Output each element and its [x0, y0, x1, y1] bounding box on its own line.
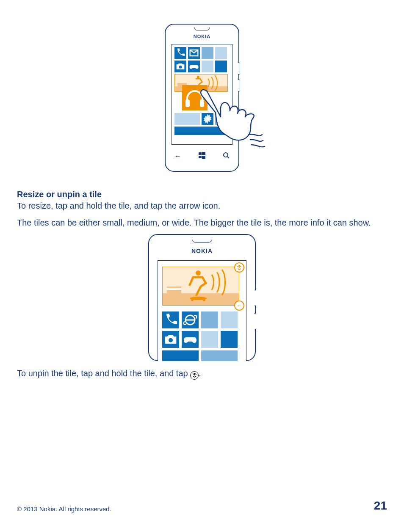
photo-tile-selected: [162, 267, 239, 306]
gear-icon: [202, 113, 213, 125]
section-heading: Resize or unpin a tile: [17, 190, 387, 199]
camera-icon: [162, 331, 179, 348]
svg-rect-15: [167, 287, 181, 294]
headphones-icon: [182, 85, 208, 110]
ie-icon: [182, 311, 199, 328]
phone-icon: [174, 47, 186, 59]
search-icon: [223, 152, 230, 160]
windows-icon: [199, 152, 205, 160]
generic-tile: [174, 127, 227, 135]
text-fragment: .: [199, 369, 201, 378]
side-button-icon: [238, 63, 240, 74]
body-text: To resize, tap and hold the tile, and ta…: [17, 200, 387, 211]
svg-rect-9: [202, 152, 205, 155]
generic-tile: [174, 113, 200, 125]
svg-rect-11: [202, 156, 205, 159]
svg-point-22: [169, 338, 173, 342]
page-footer: © 2013 Nokia. All rights reserved. 21: [17, 499, 387, 513]
generic-tile: [215, 47, 227, 59]
phone-brand: NOKIA: [166, 34, 238, 39]
generic-tile: [201, 350, 238, 361]
generic-tile: [201, 331, 218, 348]
phone-tile: [162, 311, 179, 328]
earpiece-icon: [194, 28, 210, 30]
generic-tile: [202, 61, 213, 72]
svg-rect-16: [167, 288, 181, 290]
mail-icon: [188, 47, 200, 59]
camera-tile: [162, 331, 179, 348]
side-button-icon: [255, 290, 256, 306]
body-text: The tiles can be either small, medium, o…: [17, 217, 387, 228]
music-tile-dragging: [182, 85, 208, 110]
phone-navbar: ←: [166, 150, 238, 163]
svg-rect-6: [200, 99, 204, 107]
camera-tile: [174, 61, 186, 72]
side-button-icon: [255, 313, 256, 329]
figure-resize-tile: NOKIA: [17, 234, 387, 361]
svg-rect-8: [199, 152, 202, 155]
svg-point-17: [196, 270, 201, 276]
generic-tile: [201, 311, 218, 328]
unpin-button-icon: [234, 262, 244, 273]
games-tile: [188, 61, 200, 72]
side-button-icon: [238, 80, 240, 91]
side-button-icon: [238, 109, 240, 121]
gamepad-icon: [182, 331, 199, 348]
generic-tile: [215, 61, 227, 72]
figure-move-tile: NOKIA: [17, 24, 387, 172]
generic-tile: [202, 47, 213, 59]
phone-screen: [172, 44, 232, 145]
generic-tile: [215, 113, 227, 125]
skateboarder-icon: [163, 267, 239, 305]
generic-tile: [162, 350, 199, 361]
resize-arrow-button-icon: ←: [234, 300, 244, 311]
svg-point-19: [191, 299, 194, 301]
unpin-icon: [190, 371, 199, 380]
browser-tile: [182, 311, 199, 328]
mail-tile: [188, 47, 200, 59]
generic-tile: [221, 311, 238, 328]
back-icon: ←: [174, 152, 181, 160]
svg-point-20: [203, 299, 205, 301]
settings-tile: [202, 113, 213, 125]
phone-brand: NOKIA: [149, 248, 255, 254]
generic-tile: [221, 331, 238, 348]
svg-point-0: [179, 66, 182, 69]
phone-tile: [174, 47, 186, 59]
phone-icon: [162, 311, 179, 328]
gamepad-icon: [188, 61, 200, 72]
camera-icon: [174, 61, 186, 72]
svg-rect-10: [199, 156, 202, 158]
phone-screen: ←: [158, 260, 246, 361]
copyright-text: © 2013 Nokia. All rights reserved.: [17, 505, 111, 513]
svg-point-12: [224, 153, 228, 157]
svg-point-3: [197, 76, 199, 78]
svg-rect-5: [185, 99, 190, 107]
page-number: 21: [374, 499, 387, 513]
svg-line-13: [227, 157, 229, 158]
phone-frame: NOKIA: [148, 234, 256, 361]
earpiece-icon: [192, 239, 212, 243]
text-fragment: To unpin the tile, tap and hold the tile…: [17, 369, 190, 378]
games-tile: [182, 331, 199, 348]
body-text: To unpin the tile, tap and hold the tile…: [17, 368, 387, 380]
phone-frame: NOKIA: [165, 24, 239, 172]
